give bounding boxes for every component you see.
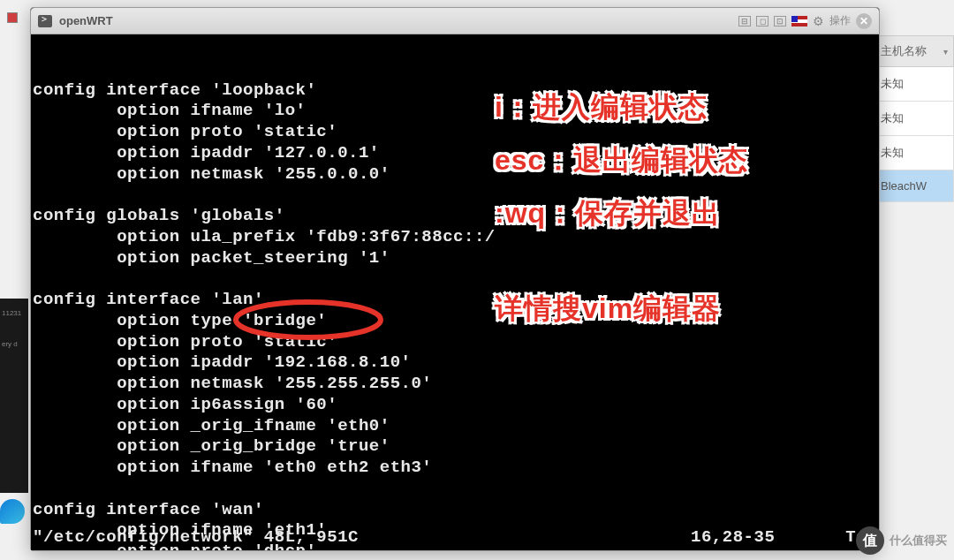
table-row[interactable]: 未知	[874, 136, 954, 170]
table-header-hostname[interactable]: 主机名称 ▾	[874, 35, 954, 67]
window-control-icon[interactable]: ⊡	[774, 16, 786, 26]
close-button[interactable]: ✕	[856, 13, 872, 29]
terminal-window: openWRT ⊟ ◻ ⊡ ⚙ 操作 ✕ config interface 'l…	[30, 7, 880, 551]
operations-label[interactable]: 操作	[829, 13, 851, 28]
window-titlebar[interactable]: openWRT ⊟ ◻ ⊡ ⚙ 操作 ✕	[31, 8, 879, 34]
hostname-cell: 未知	[881, 111, 904, 125]
annotation-text-i: i：进入编辑状态	[495, 88, 708, 127]
window-control-icon[interactable]: ◻	[756, 16, 768, 26]
vim-editor-text: config interface 'loopback' option ifnam…	[33, 80, 877, 551]
terminal-icon	[38, 15, 52, 27]
background-host-table: 主机名称 ▾ 未知 未知 未知 BleachW	[874, 35, 954, 202]
background-dark-strip	[0, 299, 28, 493]
terminal-content[interactable]: config interface 'loopback' option ifnam…	[31, 34, 879, 550]
annotation-text-esc: esc：退出编辑状态	[495, 141, 748, 180]
table-row[interactable]: 未知	[874, 67, 954, 102]
table-row[interactable]: BleachW	[874, 170, 954, 202]
chevron-down-icon: ▾	[943, 47, 948, 57]
annotation-text-wq: :wq：保存并退出	[495, 194, 721, 233]
window-controls: ⊟ ◻ ⊡ ⚙ 操作 ✕	[738, 13, 872, 29]
watermark-text: 什么值得买	[890, 533, 947, 549]
red-circle-annotation	[230, 296, 387, 344]
status-cursor-position: 16,28-35	[691, 527, 775, 549]
hostname-cell: 未知	[881, 146, 904, 159]
table-row[interactable]: 未知	[874, 102, 954, 136]
recording-indicator-icon	[7, 12, 18, 23]
us-flag-icon[interactable]	[791, 16, 807, 26]
svg-point-0	[236, 302, 381, 337]
bg-text-2: ery d	[2, 340, 18, 348]
hostname-cell: 未知	[881, 77, 904, 90]
window-control-icon[interactable]: ⊟	[738, 16, 751, 26]
gear-icon[interactable]: ⚙	[813, 14, 824, 28]
status-filename: "/etc/config/network" 48L, 951C	[33, 527, 691, 549]
edge-browser-icon[interactable]	[0, 499, 25, 524]
watermark-icon: 值	[856, 526, 884, 555]
window-title: openWRT	[59, 14, 731, 27]
annotation-text-vim: 详情搜vim编辑器	[495, 290, 721, 329]
bg-text-1: 11231	[2, 309, 21, 317]
watermark: 值 什么值得买	[856, 526, 947, 555]
header-label: 主机名称	[881, 43, 927, 59]
hostname-cell: BleachW	[881, 179, 927, 193]
vim-status-line: "/etc/config/network" 48L, 951C 16,28-35…	[33, 527, 877, 549]
